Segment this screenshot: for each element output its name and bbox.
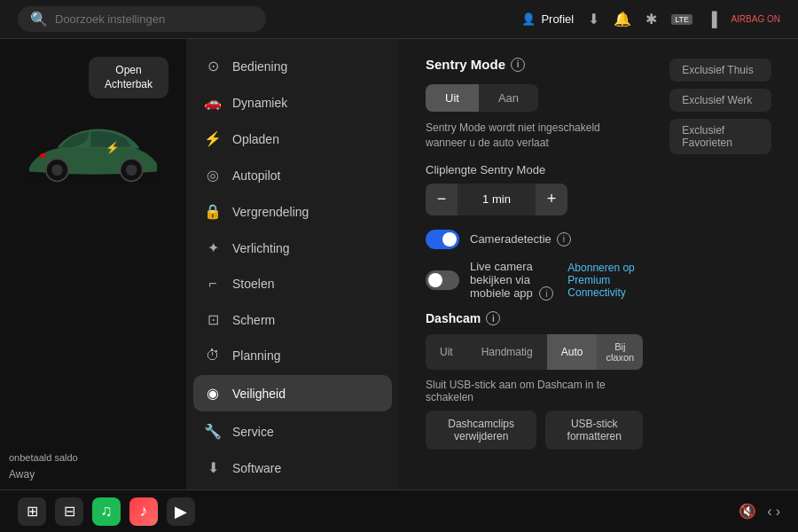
sentry-on-button[interactable]: Aan bbox=[479, 84, 538, 112]
sentry-mode-info-icon[interactable]: i bbox=[511, 58, 525, 72]
scherm-icon: ⊡ bbox=[204, 311, 222, 328]
person-icon: 👤 bbox=[521, 12, 536, 26]
live-camera-toggle[interactable] bbox=[426, 270, 459, 290]
airbag-indicator: AIRBAG ON bbox=[731, 14, 780, 24]
dashcam-info-icon[interactable]: i bbox=[486, 311, 500, 325]
search-icon: 🔍 bbox=[30, 11, 48, 27]
clip-length-stepper: − 1 min + bbox=[426, 184, 567, 215]
exclusief-favorieten-button[interactable]: Exclusief Favorieten bbox=[669, 119, 771, 154]
dynamiek-icon: 🚗 bbox=[204, 94, 222, 111]
dashcam-off-button[interactable]: Uit bbox=[426, 334, 467, 370]
exclusief-thuis-button[interactable]: Exclusief Thuis bbox=[669, 59, 771, 82]
sidebar-item-verlichting[interactable]: ✦ Verlichting bbox=[186, 230, 399, 266]
top-bar: 🔍 👤 Profiel ⬇ 🔔 ✱ LTE ▐ AIRBAG ON bbox=[0, 0, 798, 39]
sentry-off-button[interactable]: Uit bbox=[426, 84, 479, 112]
service-icon: 🔧 bbox=[204, 423, 222, 440]
sidebar-label-stoelen: Stoelen bbox=[232, 277, 274, 291]
sidebar-item-dynamiek[interactable]: 🚗 Dynamiek bbox=[186, 84, 399, 121]
live-camera-label: Live camera bekijken via mobiele app i A… bbox=[470, 260, 643, 301]
sidebar-item-stoelen[interactable]: ⌐ Stoelen bbox=[186, 266, 399, 301]
car-panel: Open Achterbak ⚡ onbetaald saldo Away bbox=[0, 39, 186, 489]
dashcam-title: Dashcam i bbox=[426, 311, 643, 325]
clip-length-label: Cliplengte Sentry Mode bbox=[426, 163, 643, 176]
clip-length-decrease-button[interactable]: − bbox=[426, 184, 458, 215]
profile-label: Profiel bbox=[541, 12, 574, 26]
vergrendeling-icon: 🔒 bbox=[204, 203, 222, 220]
sidebar-item-autopilot[interactable]: ◎ Autopilot bbox=[186, 157, 399, 193]
exclusief-werk-button[interactable]: Exclusief Werk bbox=[669, 89, 771, 112]
taskbar: ⊞ ⊟ ♫ ♪ ▶ 🔇 ‹ › bbox=[0, 489, 798, 532]
sidebar-item-veiligheid[interactable]: ◉ Veiligheid bbox=[193, 375, 392, 411]
taskbar-apps: ⊞ ⊟ ♫ ♪ ▶ bbox=[18, 497, 195, 526]
away-label: Away bbox=[9, 468, 35, 481]
dashcam-mode-group: Uit Handmatig Auto Bij claxon bbox=[426, 334, 643, 370]
planning-icon: ⏱ bbox=[204, 348, 222, 364]
camera-detection-info-icon[interactable]: i bbox=[557, 232, 571, 246]
svg-point-4 bbox=[126, 165, 137, 176]
sidebar-label-service: Service bbox=[232, 425, 274, 439]
nav-back-button[interactable]: ‹ bbox=[767, 504, 771, 520]
lte-badge: LTE bbox=[671, 14, 692, 25]
dashcam-bij-claxon-button[interactable]: Bij claxon bbox=[597, 334, 643, 370]
usb-description: Sluit USB-stick aan om Dashcam in te sch… bbox=[426, 379, 643, 403]
download-icon[interactable]: ⬇ bbox=[588, 11, 599, 27]
bediening-icon: ⊙ bbox=[204, 58, 222, 74]
sidebar: ⊙ Bediening 🚗 Dynamiek ⚡ Opladen ◎ Autop… bbox=[186, 39, 399, 489]
sidebar-label-verlichting: Verlichting bbox=[232, 241, 290, 255]
sentry-options: Exclusief Thuis Exclusief Werk Exclusief… bbox=[669, 57, 771, 450]
sidebar-label-planning: Planning bbox=[232, 348, 281, 363]
camera-detection-toggle[interactable] bbox=[426, 230, 459, 249]
sidebar-item-software[interactable]: ⬇ Software bbox=[186, 450, 399, 486]
profile-button[interactable]: 👤 Profiel bbox=[521, 12, 574, 26]
clip-length-increase-button[interactable]: + bbox=[536, 184, 567, 215]
clip-length-value: 1 min bbox=[458, 192, 536, 206]
taskbar-controls-icon[interactable]: ⊞ bbox=[18, 497, 46, 526]
sidebar-item-vergrendeling[interactable]: 🔒 Vergrendeling bbox=[186, 193, 399, 230]
sidebar-item-bediening[interactable]: ⊙ Bediening bbox=[186, 48, 399, 84]
live-camera-setting: Live camera bekijken via mobiele app i A… bbox=[426, 260, 643, 301]
volume-icon[interactable]: 🔇 bbox=[739, 503, 756, 520]
verlichting-icon: ✦ bbox=[204, 239, 222, 256]
remove-clips-button[interactable]: Dashcamclips verwijderen bbox=[426, 411, 536, 450]
taskbar-eq-icon[interactable]: ⊟ bbox=[55, 497, 83, 526]
taskbar-music-icon[interactable]: ♪ bbox=[129, 497, 158, 526]
search-container[interactable]: 🔍 bbox=[18, 6, 266, 32]
sidebar-item-opladen[interactable]: ⚡ Opladen bbox=[186, 121, 399, 157]
sidebar-item-scherm[interactable]: ⊡ Scherm bbox=[186, 301, 399, 338]
taskbar-films-icon[interactable]: ▶ bbox=[167, 497, 195, 526]
balance-label: onbetaald saldo bbox=[9, 452, 78, 463]
stoelen-icon: ⌐ bbox=[204, 276, 222, 292]
sentry-mode-toggle-row: Uit Aan bbox=[426, 84, 643, 112]
camera-detection-setting: Cameradetectie i bbox=[426, 230, 643, 249]
sentry-mode-title: Sentry Mode i bbox=[426, 57, 643, 72]
dashcam-handmatig-button[interactable]: Handmatig bbox=[467, 334, 547, 370]
taskbar-spotify-icon[interactable]: ♫ bbox=[92, 497, 121, 526]
search-input[interactable] bbox=[55, 12, 254, 26]
content-columns: Sentry Mode i Uit Aan Sentry Mode wordt … bbox=[426, 57, 771, 450]
opladen-icon: ⚡ bbox=[204, 130, 222, 147]
bell-icon[interactable]: 🔔 bbox=[614, 11, 631, 27]
dashcam-auto-button[interactable]: Auto bbox=[547, 334, 598, 370]
main-layout: Open Achterbak ⚡ onbetaald saldo Away bbox=[0, 39, 798, 489]
live-camera-info-icon[interactable]: i bbox=[539, 286, 553, 301]
premium-connectivity-link[interactable]: Abonneren op Premium Connectivity bbox=[567, 262, 643, 299]
sidebar-item-planning[interactable]: ⏱ Planning bbox=[186, 338, 399, 373]
sidebar-label-bediening: Bediening bbox=[232, 59, 287, 74]
sidebar-item-service[interactable]: 🔧 Service bbox=[186, 413, 399, 450]
sidebar-item-navigatie[interactable]: ▲ Navigatie bbox=[186, 486, 399, 489]
open-trunk-button[interactable]: Open Achterbak bbox=[89, 57, 168, 98]
car-illustration: ⚡ bbox=[13, 112, 173, 192]
sentry-mode-toggle-group: Uit Aan bbox=[426, 84, 538, 112]
bluetooth-icon[interactable]: ✱ bbox=[645, 11, 657, 27]
format-usb-button[interactable]: USB-stick formatteren bbox=[545, 411, 643, 450]
taskbar-left: ⊞ ⊟ ♫ ♪ ▶ bbox=[18, 497, 195, 526]
svg-point-6 bbox=[41, 153, 45, 158]
dashcam-section: Dashcam i Uit Handmatig Auto Bij claxon … bbox=[426, 311, 643, 450]
usb-actions: Dashcamclips verwijderen USB-stick forma… bbox=[426, 411, 643, 450]
nav-arrows: ‹ › bbox=[767, 504, 780, 520]
veiligheid-icon: ◉ bbox=[204, 385, 222, 402]
nav-forward-button[interactable]: › bbox=[776, 504, 780, 520]
taskbar-right: 🔇 ‹ › bbox=[739, 503, 780, 520]
sentry-description: Sentry Mode wordt niet ingeschakeld wann… bbox=[426, 121, 630, 151]
software-icon: ⬇ bbox=[204, 459, 222, 476]
